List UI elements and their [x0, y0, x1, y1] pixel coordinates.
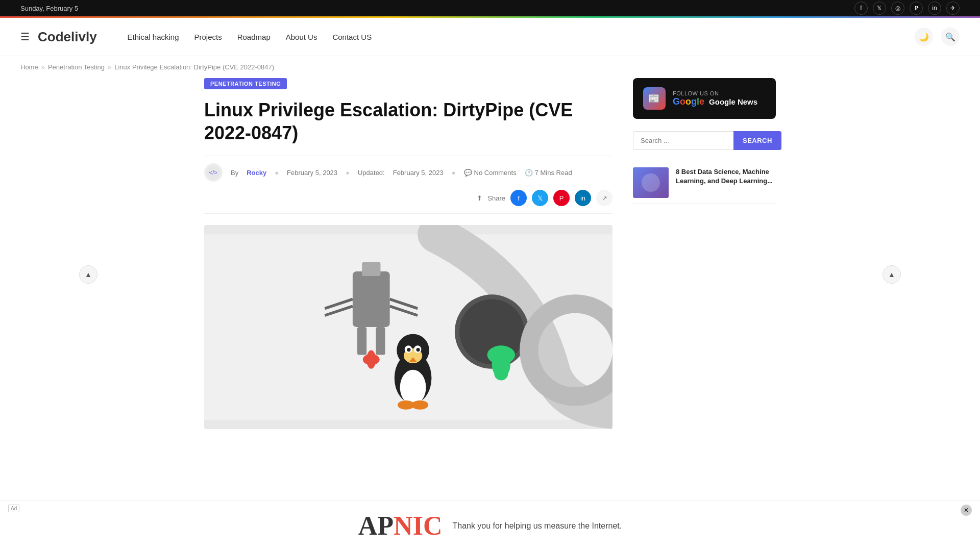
- svg-point-17: [494, 366, 508, 380]
- svg-text:</>: </>: [209, 169, 217, 176]
- svg-rect-6: [376, 327, 385, 355]
- article-title: Linux Privilege Escalation: DirtyPipe (C…: [204, 98, 612, 144]
- share-twitter[interactable]: 𝕏: [532, 190, 548, 206]
- header-search-button[interactable]: 🔍: [941, 28, 960, 46]
- meta-bar: </> By Rocky ● February 5, 2023 ● Update…: [204, 156, 612, 214]
- breadcrumb-sep-1: »: [41, 63, 45, 71]
- share-linkedin[interactable]: in: [575, 190, 591, 206]
- publish-date: February 5, 2023: [287, 169, 337, 177]
- svg-point-24: [407, 348, 410, 352]
- updated-date: February 5, 2023: [393, 169, 444, 177]
- menu-icon[interactable]: ☰: [20, 31, 30, 43]
- breadcrumb-current: Linux Privilege Escalation: DirtyPipe (C…: [114, 63, 274, 71]
- breadcrumb-category[interactable]: Penetration Testing: [48, 63, 105, 71]
- author-avatar: </>: [204, 163, 223, 182]
- nav-ethical-hacking[interactable]: Ethical hacking: [128, 33, 179, 41]
- meta-dot-2: ●: [346, 169, 350, 177]
- svg-point-33: [642, 173, 660, 192]
- svg-rect-3: [353, 271, 390, 327]
- google-news-text: FOLLOW US ON Google Google News: [673, 90, 766, 107]
- nav-projects[interactable]: Projects: [194, 33, 222, 41]
- main-nav: Ethical hacking Projects Roadmap About U…: [128, 33, 915, 41]
- article: PENETRATION TESTING Linux Privilege Esca…: [204, 78, 612, 429]
- search-input[interactable]: [633, 131, 733, 150]
- share-label: Share: [487, 194, 505, 202]
- linkedin-icon[interactable]: in: [928, 2, 941, 15]
- scroll-up-right[interactable]: ▲: [883, 265, 901, 284]
- header-actions: 🌙 🔍: [915, 28, 960, 46]
- breadcrumb-sep-2: »: [108, 63, 111, 71]
- related-article-title: 8 Best Data Science, Machine Learning, a…: [676, 167, 776, 186]
- twitter-icon[interactable]: 𝕏: [873, 2, 886, 15]
- follow-label: FOLLOW US ON: [673, 90, 766, 96]
- breadcrumb-home[interactable]: Home: [20, 63, 38, 71]
- svg-point-28: [411, 400, 428, 410]
- scroll-up-left[interactable]: ▲: [79, 265, 97, 284]
- svg-text:📰: 📰: [648, 93, 660, 104]
- by-label: By: [231, 169, 238, 177]
- sidebar: 📰 FOLLOW US ON Google Google News SEARCH: [633, 78, 776, 429]
- comments-count[interactable]: 💬 No Comments: [464, 169, 517, 177]
- read-time: 🕐 7 Mins Read: [525, 169, 572, 177]
- nav-about-us[interactable]: About Us: [286, 33, 317, 41]
- site-header: ☰ Codelivly Ethical hacking Projects Roa…: [0, 18, 980, 56]
- related-article-info: 8 Best Data Science, Machine Learning, a…: [676, 167, 776, 198]
- nav-roadmap[interactable]: Roadmap: [237, 33, 271, 41]
- main-container: PENETRATION TESTING Linux Privilege Esca…: [184, 78, 796, 429]
- related-article-card[interactable]: 8 Best Data Science, Machine Learning, a…: [633, 162, 776, 204]
- updated-label: Updated:: [358, 169, 385, 177]
- meta-dot-3: ●: [452, 169, 456, 177]
- instagram-icon[interactable]: ◎: [891, 2, 904, 15]
- site-logo[interactable]: Codelivly: [38, 29, 97, 45]
- share-bar: ⬆ Share f 𝕏 P in ↗: [477, 190, 612, 206]
- theme-toggle-button[interactable]: 🌙: [915, 28, 933, 46]
- comment-icon: 💬: [464, 169, 472, 177]
- social-icons: f 𝕏 ◎ 𝐏 in ✈: [854, 2, 960, 15]
- google-news-banner[interactable]: 📰 FOLLOW US ON Google Google News: [633, 78, 776, 119]
- nav-contact-us[interactable]: Contact US: [332, 33, 372, 41]
- svg-point-12: [366, 350, 376, 368]
- svg-point-19: [400, 370, 426, 405]
- share-facebook[interactable]: f: [510, 190, 527, 206]
- svg-rect-4: [362, 262, 380, 276]
- search-box: SEARCH: [633, 131, 776, 150]
- svg-point-25: [416, 348, 420, 352]
- google-news-name: Google Google News: [673, 96, 766, 107]
- telegram-icon[interactable]: ✈: [946, 2, 960, 15]
- svg-rect-5: [357, 327, 366, 355]
- share-icon-main: ⬆: [477, 194, 482, 202]
- share-pinterest[interactable]: P: [553, 190, 570, 206]
- article-image: [204, 225, 612, 429]
- breadcrumb: Home » Penetration Testing » Linux Privi…: [0, 56, 980, 78]
- pinterest-icon[interactable]: 𝐏: [910, 2, 923, 15]
- share-more[interactable]: ↗: [596, 190, 612, 206]
- author-name[interactable]: Rocky: [247, 169, 266, 177]
- date-display: Sunday, February 5: [20, 5, 78, 12]
- facebook-icon[interactable]: f: [854, 2, 868, 15]
- google-news-icon: 📰: [643, 87, 666, 110]
- search-button[interactable]: SEARCH: [733, 131, 781, 150]
- category-badge[interactable]: PENETRATION TESTING: [204, 78, 287, 89]
- meta-dot-1: ●: [275, 169, 279, 177]
- related-article-thumbnail: [633, 167, 669, 198]
- clock-icon: 🕐: [525, 169, 533, 177]
- top-bar: Sunday, February 5 f 𝕏 ◎ 𝐏 in ✈: [0, 0, 980, 16]
